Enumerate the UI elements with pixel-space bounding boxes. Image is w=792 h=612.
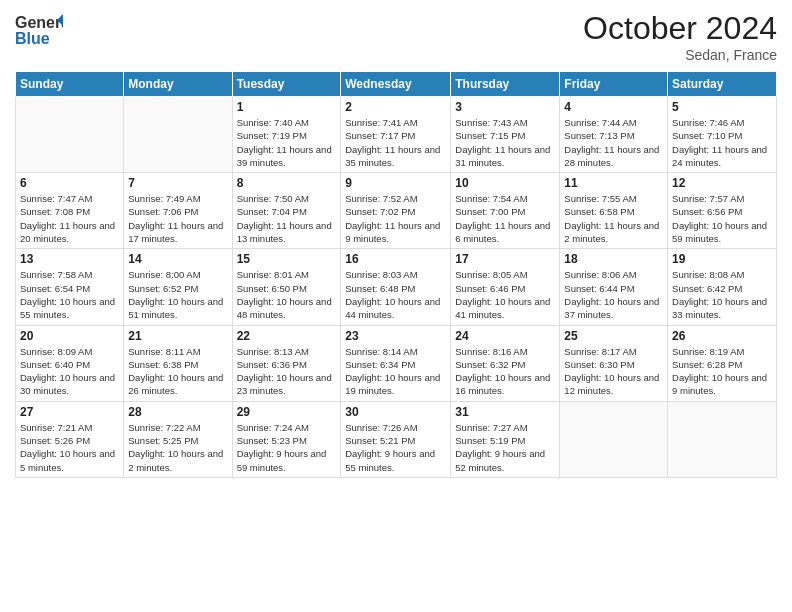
day-number: 1	[237, 100, 337, 114]
day-info: Sunrise: 7:24 AMSunset: 5:23 PMDaylight:…	[237, 421, 337, 474]
day-number: 31	[455, 405, 555, 419]
calendar-week-row: 6Sunrise: 7:47 AMSunset: 7:08 PMDaylight…	[16, 173, 777, 249]
calendar-week-row: 1Sunrise: 7:40 AMSunset: 7:19 PMDaylight…	[16, 97, 777, 173]
calendar-cell: 20Sunrise: 8:09 AMSunset: 6:40 PMDayligh…	[16, 325, 124, 401]
day-info: Sunrise: 8:14 AMSunset: 6:34 PMDaylight:…	[345, 345, 446, 398]
day-number: 23	[345, 329, 446, 343]
calendar-week-row: 20Sunrise: 8:09 AMSunset: 6:40 PMDayligh…	[16, 325, 777, 401]
day-number: 19	[672, 252, 772, 266]
day-number: 3	[455, 100, 555, 114]
day-number: 25	[564, 329, 663, 343]
weekday-header: Saturday	[668, 72, 777, 97]
calendar-cell: 24Sunrise: 8:16 AMSunset: 6:32 PMDayligh…	[451, 325, 560, 401]
day-info: Sunrise: 7:21 AMSunset: 5:26 PMDaylight:…	[20, 421, 119, 474]
calendar-cell: 18Sunrise: 8:06 AMSunset: 6:44 PMDayligh…	[560, 249, 668, 325]
day-info: Sunrise: 7:50 AMSunset: 7:04 PMDaylight:…	[237, 192, 337, 245]
calendar-cell: 12Sunrise: 7:57 AMSunset: 6:56 PMDayligh…	[668, 173, 777, 249]
calendar-cell: 31Sunrise: 7:27 AMSunset: 5:19 PMDayligh…	[451, 401, 560, 477]
calendar-cell	[16, 97, 124, 173]
day-number: 12	[672, 176, 772, 190]
day-info: Sunrise: 7:52 AMSunset: 7:02 PMDaylight:…	[345, 192, 446, 245]
svg-text:General: General	[15, 14, 63, 31]
weekday-header: Wednesday	[341, 72, 451, 97]
day-number: 13	[20, 252, 119, 266]
calendar-cell: 21Sunrise: 8:11 AMSunset: 6:38 PMDayligh…	[124, 325, 232, 401]
month-title: October 2024	[583, 10, 777, 47]
calendar-cell: 8Sunrise: 7:50 AMSunset: 7:04 PMDaylight…	[232, 173, 341, 249]
calendar-cell: 30Sunrise: 7:26 AMSunset: 5:21 PMDayligh…	[341, 401, 451, 477]
day-info: Sunrise: 7:27 AMSunset: 5:19 PMDaylight:…	[455, 421, 555, 474]
day-number: 20	[20, 329, 119, 343]
calendar-cell: 7Sunrise: 7:49 AMSunset: 7:06 PMDaylight…	[124, 173, 232, 249]
day-number: 5	[672, 100, 772, 114]
day-number: 27	[20, 405, 119, 419]
day-number: 28	[128, 405, 227, 419]
day-number: 15	[237, 252, 337, 266]
calendar-cell: 1Sunrise: 7:40 AMSunset: 7:19 PMDaylight…	[232, 97, 341, 173]
calendar-cell: 15Sunrise: 8:01 AMSunset: 6:50 PMDayligh…	[232, 249, 341, 325]
day-number: 4	[564, 100, 663, 114]
calendar-cell: 4Sunrise: 7:44 AMSunset: 7:13 PMDaylight…	[560, 97, 668, 173]
calendar-cell	[668, 401, 777, 477]
logo-icon: General Blue	[15, 10, 63, 48]
calendar-cell: 29Sunrise: 7:24 AMSunset: 5:23 PMDayligh…	[232, 401, 341, 477]
day-number: 17	[455, 252, 555, 266]
calendar-cell: 3Sunrise: 7:43 AMSunset: 7:15 PMDaylight…	[451, 97, 560, 173]
calendar-cell: 11Sunrise: 7:55 AMSunset: 6:58 PMDayligh…	[560, 173, 668, 249]
day-info: Sunrise: 7:44 AMSunset: 7:13 PMDaylight:…	[564, 116, 663, 169]
calendar-cell	[560, 401, 668, 477]
calendar-table: SundayMondayTuesdayWednesdayThursdayFrid…	[15, 71, 777, 478]
weekday-header-row: SundayMondayTuesdayWednesdayThursdayFrid…	[16, 72, 777, 97]
day-number: 18	[564, 252, 663, 266]
calendar-week-row: 13Sunrise: 7:58 AMSunset: 6:54 PMDayligh…	[16, 249, 777, 325]
weekday-header: Tuesday	[232, 72, 341, 97]
day-number: 22	[237, 329, 337, 343]
weekday-header: Friday	[560, 72, 668, 97]
calendar-cell: 5Sunrise: 7:46 AMSunset: 7:10 PMDaylight…	[668, 97, 777, 173]
day-info: Sunrise: 7:41 AMSunset: 7:17 PMDaylight:…	[345, 116, 446, 169]
calendar-cell: 19Sunrise: 8:08 AMSunset: 6:42 PMDayligh…	[668, 249, 777, 325]
title-block: October 2024 Sedan, France	[583, 10, 777, 63]
calendar-cell: 28Sunrise: 7:22 AMSunset: 5:25 PMDayligh…	[124, 401, 232, 477]
location: Sedan, France	[583, 47, 777, 63]
day-info: Sunrise: 7:26 AMSunset: 5:21 PMDaylight:…	[345, 421, 446, 474]
svg-text:Blue: Blue	[15, 30, 50, 47]
calendar-cell: 25Sunrise: 8:17 AMSunset: 6:30 PMDayligh…	[560, 325, 668, 401]
day-number: 6	[20, 176, 119, 190]
day-info: Sunrise: 8:11 AMSunset: 6:38 PMDaylight:…	[128, 345, 227, 398]
calendar-cell: 17Sunrise: 8:05 AMSunset: 6:46 PMDayligh…	[451, 249, 560, 325]
day-info: Sunrise: 8:16 AMSunset: 6:32 PMDaylight:…	[455, 345, 555, 398]
logo: General Blue	[15, 10, 63, 52]
day-info: Sunrise: 8:19 AMSunset: 6:28 PMDaylight:…	[672, 345, 772, 398]
day-number: 21	[128, 329, 227, 343]
calendar-cell: 14Sunrise: 8:00 AMSunset: 6:52 PMDayligh…	[124, 249, 232, 325]
day-number: 24	[455, 329, 555, 343]
day-number: 14	[128, 252, 227, 266]
weekday-header: Monday	[124, 72, 232, 97]
day-number: 26	[672, 329, 772, 343]
day-info: Sunrise: 8:05 AMSunset: 6:46 PMDaylight:…	[455, 268, 555, 321]
day-info: Sunrise: 8:06 AMSunset: 6:44 PMDaylight:…	[564, 268, 663, 321]
day-info: Sunrise: 7:46 AMSunset: 7:10 PMDaylight:…	[672, 116, 772, 169]
calendar-cell	[124, 97, 232, 173]
day-info: Sunrise: 8:08 AMSunset: 6:42 PMDaylight:…	[672, 268, 772, 321]
day-info: Sunrise: 7:54 AMSunset: 7:00 PMDaylight:…	[455, 192, 555, 245]
calendar-cell: 23Sunrise: 8:14 AMSunset: 6:34 PMDayligh…	[341, 325, 451, 401]
day-info: Sunrise: 7:40 AMSunset: 7:19 PMDaylight:…	[237, 116, 337, 169]
day-info: Sunrise: 7:57 AMSunset: 6:56 PMDaylight:…	[672, 192, 772, 245]
calendar-cell: 9Sunrise: 7:52 AMSunset: 7:02 PMDaylight…	[341, 173, 451, 249]
calendar-cell: 16Sunrise: 8:03 AMSunset: 6:48 PMDayligh…	[341, 249, 451, 325]
calendar-cell: 27Sunrise: 7:21 AMSunset: 5:26 PMDayligh…	[16, 401, 124, 477]
day-info: Sunrise: 7:58 AMSunset: 6:54 PMDaylight:…	[20, 268, 119, 321]
day-info: Sunrise: 8:03 AMSunset: 6:48 PMDaylight:…	[345, 268, 446, 321]
day-info: Sunrise: 7:22 AMSunset: 5:25 PMDaylight:…	[128, 421, 227, 474]
calendar-cell: 10Sunrise: 7:54 AMSunset: 7:00 PMDayligh…	[451, 173, 560, 249]
weekday-header: Thursday	[451, 72, 560, 97]
calendar-cell: 22Sunrise: 8:13 AMSunset: 6:36 PMDayligh…	[232, 325, 341, 401]
calendar-cell: 2Sunrise: 7:41 AMSunset: 7:17 PMDaylight…	[341, 97, 451, 173]
day-number: 30	[345, 405, 446, 419]
day-number: 11	[564, 176, 663, 190]
calendar-week-row: 27Sunrise: 7:21 AMSunset: 5:26 PMDayligh…	[16, 401, 777, 477]
day-number: 29	[237, 405, 337, 419]
day-info: Sunrise: 7:43 AMSunset: 7:15 PMDaylight:…	[455, 116, 555, 169]
